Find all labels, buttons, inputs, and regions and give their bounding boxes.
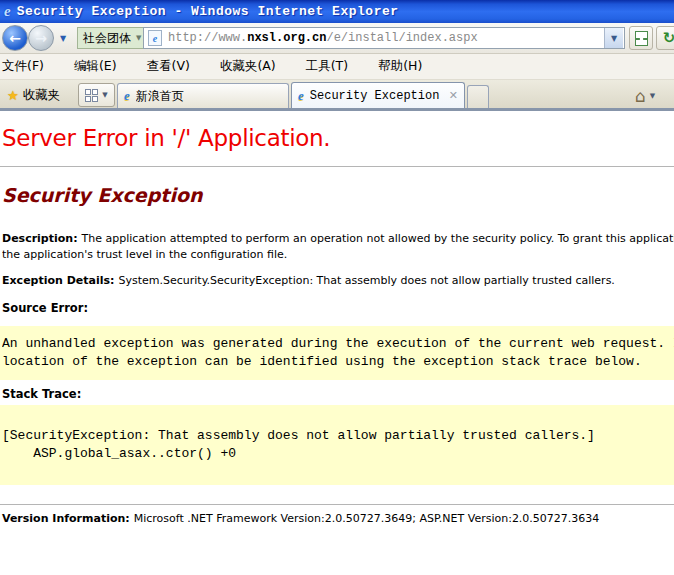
star-icon: ★ <box>7 88 19 103</box>
address-bar[interactable]: e http://www.nxsl.org.cn/e/install/index… <box>143 27 625 49</box>
tab-sina-home[interactable]: e 新浪首页 <box>117 83 289 108</box>
ie-tab-icon: e <box>124 88 130 104</box>
home-button[interactable]: ⌂ ▼ <box>632 84 658 108</box>
url-domain: nxsl.org.cn <box>247 31 326 45</box>
tab-label: 新浪首页 <box>136 88 282 105</box>
version-information: Version Information:Microsoft .NET Frame… <box>0 511 674 527</box>
stack-trace-line1: [SecurityException: That assembly does n… <box>2 427 674 445</box>
title-bar: e Security Exception - Windows Internet … <box>0 0 674 23</box>
menu-item-tools[interactable]: 工具(T) <box>291 58 363 75</box>
description-text-line2: the application's trust level in the con… <box>2 247 674 263</box>
compatibility-view-icon <box>635 31 648 46</box>
chevron-down-icon: ▼ <box>650 92 655 100</box>
zone-label-button[interactable]: 社会团体 ▼ <box>77 27 147 49</box>
source-error-line1: An unhandled exception was generated dur… <box>2 335 674 353</box>
refresh-icon: ↻ <box>663 29 674 47</box>
quick-tabs-button[interactable]: ▼ <box>78 83 115 107</box>
menu-item-favorites[interactable]: 收藏夹(A) <box>205 58 291 75</box>
refresh-button[interactable]: ↻ <box>656 26 674 50</box>
source-error-line2: location of the exception can be identif… <box>2 353 674 371</box>
exception-heading: Security Exception <box>0 183 674 207</box>
tab-label: Security Exception <box>310 89 443 103</box>
stack-trace-line2: ASP.global_asax..ctor() +0 <box>2 445 674 463</box>
navigation-bar: ← → ▼ 社会团体 ▼ e http://www.nxsl.org.cn/e/… <box>0 23 674 54</box>
quick-tabs-icon <box>85 89 98 102</box>
menu-item-edit[interactable]: 编辑(E) <box>59 58 132 75</box>
stack-trace-label: Stack Trace: <box>0 387 674 401</box>
tab-security-exception[interactable]: e Security Exception ✕ <box>291 82 465 108</box>
forward-icon: → <box>35 30 47 46</box>
stack-trace-box: [SecurityException: That assembly does n… <box>0 405 674 485</box>
back-button[interactable]: ← <box>2 25 28 51</box>
tab-bar: ★ 收藏夹 ▼ e 新浪首页 e Security Exception ✕ ⌂ … <box>0 80 674 111</box>
description-label: Description: <box>2 232 78 245</box>
page-content: Server Error in '/' Application. Securit… <box>0 111 674 575</box>
source-error-box: An unhandled exception was generated dur… <box>0 326 674 380</box>
description-section: Description:The application attempted to… <box>0 231 674 263</box>
version-label: Version Information: <box>2 512 130 525</box>
favorites-button[interactable]: ★ 收藏夹 <box>3 84 64 106</box>
favorites-label: 收藏夹 <box>23 87 61 104</box>
ie-tab-icon: e <box>298 88 304 104</box>
compatibility-view-button[interactable] <box>629 26 653 50</box>
chevron-down-icon: ▼ <box>102 91 107 99</box>
address-url: http://www.nxsl.org.cn/e/install/index.a… <box>168 31 604 45</box>
browser-window: e Security Exception - Windows Internet … <box>0 0 674 575</box>
window-title: Security Exception - Windows Internet Ex… <box>17 4 399 19</box>
home-icon: ⌂ <box>635 86 646 106</box>
recent-pages-dropdown[interactable]: ▼ <box>60 34 66 43</box>
page-title: Server Error in '/' Application. <box>0 123 674 153</box>
source-error-label: Source Error: <box>0 301 674 315</box>
exception-details-section: Exception Details:System.Security.Securi… <box>0 273 674 289</box>
description-text-line1: The application attempted to perform an … <box>82 232 674 245</box>
url-path: /e/install/index.aspx <box>326 31 477 45</box>
forward-button[interactable]: → <box>28 25 54 51</box>
menu-item-view[interactable]: 查看(V) <box>132 58 205 75</box>
ie-logo-icon: e <box>4 3 11 20</box>
zone-label: 社会团体 <box>83 30 131 47</box>
menu-item-help[interactable]: 帮助(H) <box>363 58 437 75</box>
close-tab-icon[interactable]: ✕ <box>449 89 458 102</box>
menu-item-file[interactable]: 文件(F) <box>0 58 59 75</box>
url-prefix: http://www. <box>168 31 247 45</box>
version-text: Microsoft .NET Framework Version:2.0.507… <box>134 512 600 525</box>
menu-bar: 文件(F) 编辑(E) 查看(V) 收藏夹(A) 工具(T) 帮助(H) <box>0 54 674 80</box>
chevron-down-icon: ▼ <box>136 34 141 42</box>
address-dropdown-button[interactable]: ▼ <box>604 28 623 48</box>
exception-details-label: Exception Details: <box>2 274 114 287</box>
new-tab-stub[interactable] <box>467 85 489 108</box>
divider <box>0 504 674 505</box>
back-icon: ← <box>9 30 21 46</box>
page-icon: e <box>148 30 162 46</box>
divider <box>0 166 674 167</box>
exception-details-text: System.Security.SecurityException: That … <box>118 274 614 287</box>
